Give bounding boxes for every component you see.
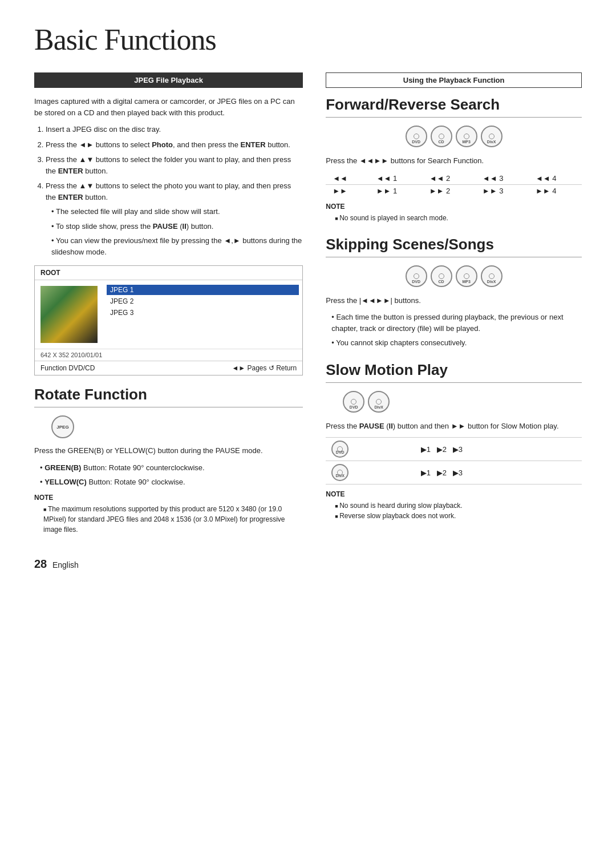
speeds-table: ◄◄ ◄◄ 1 ◄◄ 2 ◄◄ 3 ◄◄ 4 ►► ►► 1 ►► 2 ►► 3…: [326, 172, 582, 197]
fb-body: JPEG 1 JPEG 2 JPEG 3: [35, 280, 302, 349]
fb-item-jpeg3[interactable]: JPEG 3: [107, 308, 299, 318]
page-language: English: [52, 560, 79, 570]
speed-rwd-3: ◄◄ 3: [476, 172, 529, 185]
skipping-bullet-2: You cannot skip chapters consecutively.: [331, 337, 582, 349]
right-column: Using the Playback Function Forward/Reve…: [326, 72, 582, 571]
forward-reverse-note-item-1: No sound is played in search mode.: [335, 213, 582, 223]
slow-dvd-speeds: ▶1 ▶2 ▶3: [415, 438, 582, 461]
fb-item-jpeg1[interactable]: JPEG 1: [107, 285, 299, 295]
fb-footer-right: ◄► Pages ↺ Return: [232, 364, 297, 372]
rotate-jpeg-badge: JPEG: [51, 415, 74, 438]
speed-rwd-icon: ◄◄: [326, 172, 369, 185]
badge-mp3: MP3: [456, 126, 477, 147]
rotate-note-item-1: The maximum resolutions supported by thi…: [43, 504, 303, 535]
rotate-bullet-1: GREEN(B) Button: Rotate 90° counterclock…: [40, 462, 303, 474]
fb-item-jpeg2[interactable]: JPEG 2: [107, 296, 299, 306]
slow-badge-divx: DivX: [368, 391, 390, 413]
skipping-bullets: Each time the button is pressed during p…: [331, 312, 582, 349]
slow-divx-speeds: ▶1 ▶2 ▶3: [415, 461, 582, 484]
skipping-bullet-1: Each time the button is pressed during p…: [331, 312, 582, 334]
slow-badge-dvd: DVD: [343, 391, 364, 413]
badge-dvd: DVD: [406, 126, 427, 147]
slow-motion-note-list: No sound is heard during slow playback. …: [335, 500, 582, 521]
speed-fwd-1: ►► 1: [370, 184, 423, 197]
skip-badge-dvd: DVD: [406, 265, 427, 287]
slow-row-divx: DivX ▶1 ▶2 ▶3: [326, 461, 582, 484]
speeds-row-1: ◄◄ ◄◄ 1 ◄◄ 2 ◄◄ 3 ◄◄ 4: [326, 172, 582, 185]
rotate-bullets: GREEN(B) Button: Rotate 90° counterclock…: [40, 462, 303, 488]
speed-fwd-2: ►► 2: [423, 184, 476, 197]
rotate-title: Rotate Function: [34, 386, 303, 407]
badge-divx: DivX: [481, 126, 502, 147]
fb-file-list: JPEG 1 JPEG 2 JPEG 3: [103, 280, 302, 349]
step-3: Press the ▲▼ buttons to select the folde…: [46, 154, 303, 176]
rotate-note-list: The maximum resolutions supported by thi…: [43, 504, 303, 535]
slow-motion-note-label: NOTE: [326, 490, 582, 498]
skipping-section: Skipping Scenes/Songs DVD CD: [326, 236, 582, 349]
jpeg-section-header: JPEG File Playback: [34, 72, 303, 88]
speed-rwd-4: ◄◄ 4: [529, 172, 582, 185]
step-2: Press the ◄► buttons to select Photo, an…: [46, 139, 303, 151]
page-title: Basic Functions: [34, 23, 582, 56]
slow-note-item-1: No sound is heard during slow playback.: [335, 500, 582, 511]
sub-bullet-3: You can view the previous/next file by p…: [51, 235, 303, 257]
rotate-description: Press the GREEN(B) or YELLOW(C) button d…: [34, 445, 303, 457]
slow-dvd-badge: DVD: [326, 438, 415, 461]
sub-bullet-1: The selected file will play and slide sh…: [51, 206, 303, 217]
step-4: Press the ▲▼ buttons to select the photo…: [46, 180, 303, 257]
slow-motion-note: NOTE No sound is heard during slow playb…: [326, 490, 582, 521]
forward-reverse-note-label: NOTE: [326, 203, 582, 211]
sub-bullet-2: To stop slide show, press the PAUSE (II)…: [51, 221, 303, 232]
playback-section-header: Using the Playback Function: [326, 72, 582, 88]
jpeg-steps: Insert a JPEG disc on the disc tray. Pre…: [46, 124, 303, 257]
speed-rwd-1: ◄◄ 1: [370, 172, 423, 185]
slow-note-item-2: Reverse slow playback does not work.: [335, 511, 582, 521]
slow-motion-title: Slow Motion Play: [326, 361, 582, 383]
forward-reverse-title: Forward/Reverse Search: [326, 96, 582, 118]
forward-reverse-section: Forward/Reverse Search DVD CD: [326, 96, 582, 223]
speed-fwd-3: ►► 3: [476, 184, 529, 197]
slow-row-dvd: DVD ▶1 ▶2 ▶3: [326, 438, 582, 461]
left-column: JPEG File Playback Images captured with …: [34, 72, 303, 571]
speed-fwd-4: ►► 4: [529, 184, 582, 197]
forward-reverse-note-list: No sound is played in search mode.: [335, 213, 582, 223]
fb-header: ROOT: [35, 266, 302, 280]
fb-thumbnail: [40, 286, 98, 343]
file-browser: ROOT JPEG 1 JPEG 2 JPEG 3 642 X 352 2010…: [34, 265, 303, 375]
slow-divx-badge: DivX: [326, 461, 415, 484]
forward-reverse-badges: DVD CD MP3: [326, 126, 582, 147]
skip-badge-mp3: MP3: [456, 265, 477, 287]
speeds-row-2: ►► ►► 1 ►► 2 ►► 3 ►► 4: [326, 184, 582, 197]
forward-reverse-note: NOTE No sound is played in search mode.: [326, 203, 582, 223]
jpeg-intro: Images captured with a digital camera or…: [34, 96, 303, 118]
rotate-section: Rotate Function JPEG Press the GREEN(B) …: [34, 386, 303, 535]
step-4-subitems: The selected file will play and slide sh…: [51, 206, 303, 257]
rotate-note: NOTE The maximum resolutions supported b…: [34, 494, 303, 535]
skipping-desc: Press the |◄◄►►| buttons.: [326, 295, 582, 306]
skipping-title: Skipping Scenes/Songs: [326, 236, 582, 257]
skip-badge-divx: DivX: [481, 265, 502, 287]
rotate-bullet-2: YELLOW(C) Button: Rotate 90° clockwise.: [40, 476, 303, 488]
fb-footer-left: Function DVD/CD: [40, 364, 95, 372]
rotate-badge-label: JPEG: [56, 425, 68, 430]
slow-motion-badges: DVD DivX: [343, 391, 582, 413]
page-number: 28: [34, 558, 47, 570]
step-1: Insert a JPEG disc on the disc tray.: [46, 124, 303, 135]
page-number-block: 28 English: [34, 558, 303, 571]
fb-info: 642 X 352 2010/01/01: [35, 349, 302, 361]
speed-rwd-2: ◄◄ 2: [423, 172, 476, 185]
slow-motion-desc: Press the PAUSE (II) button and then ►► …: [326, 421, 582, 432]
skipping-badges: DVD CD MP3: [326, 265, 582, 287]
fb-footer: Function DVD/CD ◄► Pages ↺ Return: [35, 361, 302, 375]
speed-fwd-icon: ►►: [326, 184, 369, 197]
skip-badge-cd: CD: [431, 265, 452, 287]
rotate-note-label: NOTE: [34, 494, 303, 502]
slow-motion-section: Slow Motion Play DVD DivX Press the PAUS…: [326, 361, 582, 522]
slow-motion-table: DVD ▶1 ▶2 ▶3 DivX ▶1 ▶2 ▶3: [326, 437, 582, 484]
badge-cd: CD: [431, 126, 452, 147]
forward-reverse-desc: Press the ◄◄►► buttons for Search Functi…: [326, 155, 582, 167]
